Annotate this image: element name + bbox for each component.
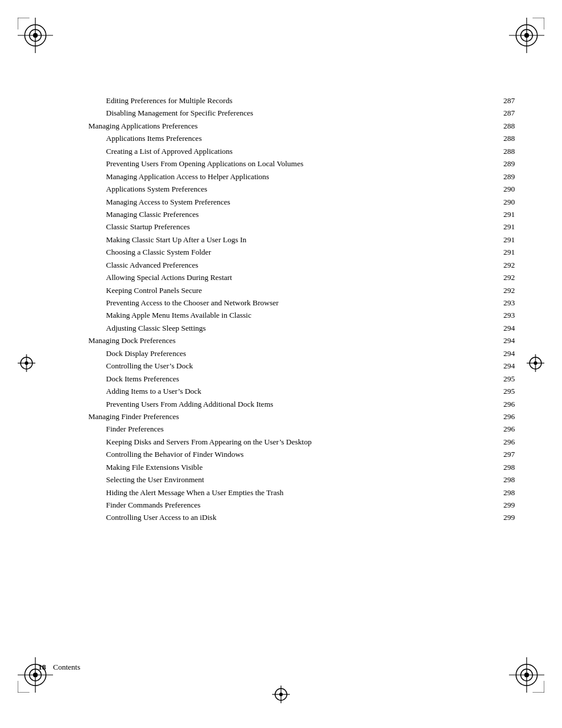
toc-entry: Finder Preferences296 [71,423,515,435]
toc-entry-text: Adding Items to a User’s Dock [106,385,499,397]
toc-entry-page: 287 [504,94,515,107]
toc-entry-text: Allowing Special Actions During Restart [106,271,499,284]
toc-entry-text: Managing Access to System Preferences [106,196,499,208]
toc-entry: Managing Dock Preferences294 [71,334,515,347]
toc-entry-text: Hiding the Alert Message When a User Emp… [106,486,499,499]
toc-entry-text: Selecting the User Environment [106,473,499,486]
footer: 18 Contents [38,663,524,672]
toc-entry: Classic Startup Preferences291 [71,220,515,233]
footer-page-number: 18 [38,663,46,672]
toc-entry: Finder Commands Preferences299 [71,499,515,511]
toc-entry: Hiding the Alert Message When a User Emp… [71,486,515,499]
toc-entry: Dock Items Preferences295 [71,373,515,385]
toc-entry: Preventing Access to the Chooser and Net… [71,297,515,309]
toc-entry-page: 296 [504,423,515,435]
toc-entry-page: 298 [504,473,515,486]
toc-entry-text: Making Apple Menu Items Available in Cla… [106,309,499,321]
toc-entry: Making Apple Menu Items Available in Cla… [71,309,515,321]
toc-entry: Applications System Preferences290 [71,183,515,195]
toc-entry: Controlling User Access to an iDisk299 [71,511,515,523]
side-mark-left [18,354,35,374]
toc-entry-page: 295 [504,373,515,385]
toc-entry: Dock Display Preferences294 [71,347,515,360]
toc-entry-page: 293 [504,309,515,321]
toc-entry: Managing Application Access to Helper Ap… [71,170,515,183]
toc-entry-page: 293 [504,297,515,309]
toc-entry: Choosing a Classic System Folder291 [71,246,515,258]
toc-entry-page: 292 [504,271,515,284]
toc-entry-page: 291 [504,246,515,258]
toc-entry-page: 290 [504,183,515,195]
toc-entry-page: 298 [504,486,515,499]
toc-entry-page: 294 [504,334,515,347]
toc-entry-page: 295 [504,385,515,397]
toc-entry: Creating a List of Approved Applications… [71,145,515,157]
toc-entry-page: 292 [504,259,515,271]
toc-entry-text: Controlling the Behavior of Finder Windo… [106,448,499,460]
toc-entry-text: Preventing Users From Opening Applicatio… [106,157,499,170]
toc-entry: Adjusting Classic Sleep Settings294 [71,322,515,334]
toc-entry-page: 288 [504,132,515,144]
toc-entry-text: Managing Application Access to Helper Ap… [106,170,499,183]
toc-entry-page: 299 [504,499,515,511]
corner-mark-tl [18,18,53,53]
toc-entry-page: 290 [504,196,515,208]
toc-entry-text: Adjusting Classic Sleep Settings [106,322,499,334]
toc-entry-page: 289 [504,157,515,170]
toc-entry-text: Editing Preferences for Multiple Records [106,94,499,107]
toc-entry-text: Managing Applications Preferences [88,120,499,132]
corner-mark-tr [509,18,544,53]
toc-entry-text: Dock Display Preferences [106,347,499,360]
side-mark-right [527,354,544,374]
toc-entry-page: 291 [504,233,515,246]
toc-entry-page: 291 [504,220,515,233]
page: Editing Preferences for Multiple Records… [0,0,562,728]
toc-entry-text: Managing Finder Preferences [88,410,499,423]
toc-entry-text: Applications Items Preferences [106,132,499,144]
toc-entry-text: Keeping Disks and Servers From Appearing… [106,436,499,448]
toc-entry: Managing Classic Preferences291 [71,208,515,220]
toc-entry-text: Disabling Management for Specific Prefer… [106,107,499,119]
toc-entry: Managing Access to System Preferences290 [71,196,515,208]
toc-entry-text: Finder Commands Preferences [106,499,499,511]
toc-entry-text: Preventing Access to the Chooser and Net… [106,297,499,309]
toc-entry: Making Classic Start Up After a User Log… [71,233,515,246]
toc-entry: Classic Advanced Preferences292 [71,259,515,271]
toc-entry-text: Finder Preferences [106,423,499,435]
toc-entry: Adding Items to a User’s Dock295 [71,385,515,397]
toc-entry: Managing Finder Preferences296 [71,410,515,423]
toc-entry: Editing Preferences for Multiple Records… [71,94,515,107]
toc-entry-page: 299 [504,511,515,523]
toc-entry-page: 294 [504,322,515,334]
toc-entry: Managing Applications Preferences288 [71,120,515,132]
toc-entry-text: Dock Items Preferences [106,373,499,385]
toc-entry-page: 294 [504,360,515,372]
toc-entry-page: 292 [504,284,515,297]
toc-entry-page: 287 [504,107,515,119]
toc-entry-page: 297 [504,448,515,460]
toc-entry-page: 296 [504,410,515,423]
toc-entry: Selecting the User Environment298 [71,473,515,486]
toc-entry: Keeping Disks and Servers From Appearing… [71,436,515,448]
toc-entry: Keeping Control Panels Secure292 [71,284,515,297]
toc-entry-text: Managing Classic Preferences [106,208,499,220]
toc-entry-page: 291 [504,208,515,220]
toc-entry-text: Applications System Preferences [106,183,499,195]
toc-entry: Allowing Special Actions During Restart2… [71,271,515,284]
toc-entry-page: 298 [504,461,515,473]
toc-entry-text: Making Classic Start Up After a User Log… [106,233,499,246]
toc-entry: Controlling the User’s Dock294 [71,360,515,372]
toc-entry-text: Classic Advanced Preferences [106,259,499,271]
footer-label: Contents [53,663,80,672]
toc-entry-text: Classic Startup Preferences [106,220,499,233]
toc-entry-page: 288 [504,145,515,157]
toc-entry-text: Controlling the User’s Dock [106,360,499,372]
toc-entry-text: Managing Dock Preferences [88,334,499,347]
toc-entry-page: 289 [504,170,515,183]
toc-entry: Preventing Users From Opening Applicatio… [71,157,515,170]
toc-entry: Applications Items Preferences288 [71,132,515,144]
toc-entry: Disabling Management for Specific Prefer… [71,107,515,119]
toc-entry-text: Keeping Control Panels Secure [106,284,499,297]
toc-entry-text: Creating a List of Approved Applications [106,145,499,157]
toc-entry-page: 296 [504,436,515,448]
